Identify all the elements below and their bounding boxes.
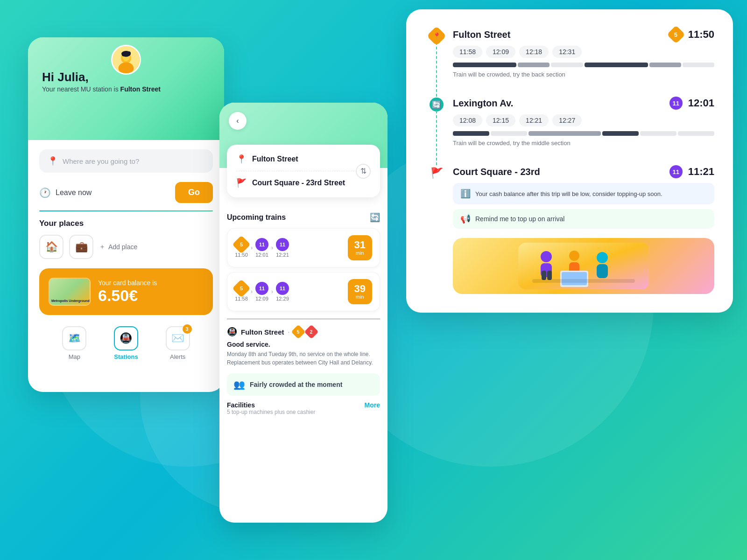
facilities-label: Facilities: [227, 401, 315, 409]
search-placeholder: Where are you going to?: [63, 157, 139, 165]
time-pills-2: 12:08 12:15 12:21 12:27: [453, 114, 714, 126]
remind-button[interactable]: 📢 Remind me to top up on arrival: [453, 209, 714, 229]
divider: [39, 210, 213, 211]
dot-separator: ·: [288, 328, 290, 336]
leave-now-left: 🕐 Leave now: [39, 187, 92, 198]
panel-route: ‹ 📍 Fulton Street ⇅ 🚩 Court Square - 23r…: [219, 103, 388, 523]
arrow-icon-3: ›: [251, 288, 253, 295]
location-icon: 📍: [48, 156, 58, 166]
crowd-seg-e: [640, 131, 677, 136]
station-name-1: Fulton Street: [453, 29, 510, 40]
train-stop-1a: 5 11:50: [235, 238, 248, 258]
stop-badge-2b: 11: [255, 282, 268, 295]
time-pills-1: 11:58 12:09 12:18 12:31: [453, 46, 714, 58]
svg-point-5: [127, 51, 131, 55]
to-flag-icon: 🚩: [236, 178, 247, 188]
crowd-seg-e: [683, 63, 714, 67]
time-pill-2b[interactable]: 12:15: [486, 114, 515, 126]
train-option-2[interactable]: 5 11:58 › 11 12:09 › 11 12:29: [227, 272, 380, 311]
bottom-nav: 🗺️ Map 🚇 Stations ✉️ 3 Alerts: [39, 326, 213, 360]
nav-map[interactable]: 🗺️ Map: [62, 326, 86, 360]
train-duration-2: 39 min: [348, 279, 372, 304]
crowd-seg: [453, 63, 516, 67]
time-pill-1b[interactable]: 12:09: [486, 46, 515, 58]
arrow-icon: ›: [251, 245, 253, 251]
notification-icon: 📢: [460, 214, 471, 224]
alerts-nav-label: Alerts: [170, 353, 185, 360]
search-box[interactable]: 📍 Where are you going to?: [39, 149, 213, 173]
line-badge-2: 2: [304, 324, 319, 339]
svg-rect-10: [542, 271, 546, 280]
service-desc: Monday 8th and Tueday 9th, no service on…: [227, 350, 380, 367]
route-card: 📍 Fulton Street ⇅ 🚩 Court Square - 23rd …: [227, 145, 380, 197]
train-stop-2c: 11 12:29: [276, 282, 289, 301]
svg-point-12: [569, 251, 579, 261]
crowd-bar-2: [453, 131, 714, 136]
station-right-3: 11 11:21: [669, 165, 714, 178]
station-name-2: Lexington Av.: [453, 98, 513, 109]
stop-badge-1a: 5: [232, 235, 251, 254]
stop-time-2c: 12:29: [276, 296, 289, 301]
time-pill-1a[interactable]: 11:58: [453, 46, 482, 58]
station-content-2: Lexington Av. 11 12:01 12:08 12:15 12:21…: [453, 97, 714, 150]
route-from: 📍 Fulton Street: [236, 154, 371, 171]
add-place-button[interactable]: ＋ Add place: [99, 243, 137, 251]
panel-home-header: Hi Julia, Your nearest MU station is Ful…: [28, 37, 224, 140]
stations-nav-label: Stations: [114, 353, 138, 360]
time-pill-2a[interactable]: 12:08: [453, 114, 482, 126]
crowd-seg-e: [491, 131, 527, 136]
back-button[interactable]: ‹: [229, 112, 247, 130]
cash-balance-info: ℹ️ Your cash balance after this trip wil…: [453, 183, 714, 204]
card-balance: Metropolis Underground Your card balance…: [39, 268, 213, 315]
alerts-badge: 3: [183, 324, 192, 334]
crowd-seg: [518, 63, 550, 67]
remind-text: Remind me to top up on arrival: [475, 215, 564, 223]
line-badge-5-p3: 5: [667, 25, 685, 44]
go-button[interactable]: Go: [175, 182, 213, 203]
home-place-button[interactable]: 🏠: [39, 235, 63, 259]
stop-badge-1b: 11: [255, 238, 268, 251]
crowd-note-1: Train will be crowded, try the back sect…: [453, 71, 714, 78]
crowd-seg-e: [678, 131, 714, 136]
map-nav-icon: 🗺️: [62, 326, 86, 350]
stop-badge-2c: 11: [276, 282, 289, 295]
refresh-icon[interactable]: 🔄: [370, 212, 380, 223]
line-badge-11-p3-b: 11: [669, 165, 683, 178]
station-title-row: 🚇 Fulton Street · 5 2: [227, 327, 380, 337]
greeting: Hi Julia, Your nearest MU station is Ful…: [42, 70, 161, 93]
stop-time-1b: 12:01: [255, 252, 268, 258]
your-places-title: Your places: [39, 219, 213, 228]
time-pill-2d[interactable]: 12:27: [552, 114, 582, 126]
svg-point-14: [597, 252, 608, 263]
facilities-more-button[interactable]: More: [365, 401, 380, 409]
swap-button[interactable]: ⇅: [356, 164, 371, 179]
train-option-1[interactable]: 5 11:50 › 11 12:01 › 11 12:21: [227, 228, 380, 267]
train-stops-1: 5 11:50 › 11 12:01 › 11 12:21: [235, 238, 289, 258]
add-place-label: Add place: [108, 243, 137, 251]
places-row: 🏠 💼 ＋ Add place: [39, 235, 213, 259]
time-pill-2c[interactable]: 12:21: [519, 114, 549, 126]
station-content-1: Fulton Street 5 11:50 11:58 12:09 12:18 …: [453, 28, 714, 82]
time-pill-1d[interactable]: 12:31: [552, 46, 582, 58]
time-pill-1c[interactable]: 12:18: [519, 46, 549, 58]
work-place-button[interactable]: 💼: [69, 235, 93, 259]
facilities-row: Facilities 5 top-up machines plus one ca…: [227, 401, 380, 415]
nav-stations[interactable]: 🚇 Stations: [114, 326, 138, 360]
service-title: Good service.: [227, 341, 380, 348]
station-time-2: 12:01: [688, 97, 714, 109]
crowd-seg: [602, 131, 639, 136]
panel-home-body: 📍 Where are you going to? 🕐 Leave now Go…: [28, 140, 224, 370]
arrow-icon-4: ›: [271, 288, 273, 295]
station-header-1: Fulton Street 5 11:50: [453, 28, 714, 41]
line-badge-11-p3: 11: [669, 97, 683, 110]
station-header-2: Lexington Av. 11 12:01: [453, 97, 714, 110]
facilities-info: Facilities 5 top-up machines plus one ca…: [227, 401, 315, 415]
greeting-sub: Your nearest MU station is Fulton Street: [42, 85, 161, 93]
train-duration-1: 31 min: [348, 235, 372, 260]
illustration: [453, 238, 714, 294]
route-to: 🚩 Court Square - 23rd Street: [236, 171, 371, 188]
nav-alerts[interactable]: ✉️ 3 Alerts: [166, 326, 190, 360]
train-stops-2: 5 11:58 › 11 12:09 › 11 12:29: [235, 282, 289, 301]
station-right-1: 5 11:50: [669, 28, 714, 41]
station-dot-1: 📍: [427, 26, 446, 46]
